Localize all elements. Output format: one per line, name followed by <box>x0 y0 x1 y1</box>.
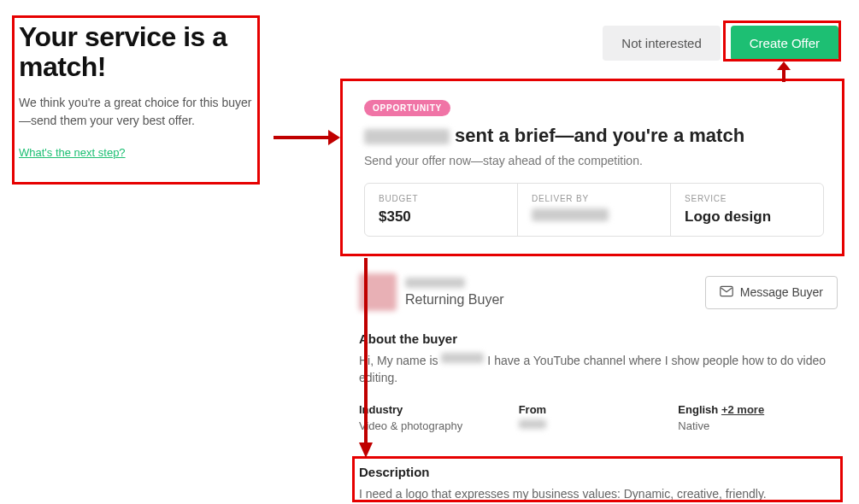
opportunity-card: OPPORTUNITY x sent a brief—and you're a … <box>349 85 839 237</box>
svg-marker-2 <box>328 130 340 145</box>
arrow-icon <box>773 62 795 82</box>
metric-service: SERVICE Logo design <box>671 184 823 236</box>
metric-value: Logo design <box>685 208 809 226</box>
name-redacted: x <box>441 353 484 363</box>
attr-industry: Industry Video & photography <box>359 403 519 432</box>
more-languages-link[interactable]: +2 more <box>721 403 764 416</box>
buyer-header: x Returning Buyer Message Buyer <box>359 273 838 311</box>
attr-language: English +2 more Native <box>678 403 838 432</box>
not-interested-button[interactable]: Not interested <box>603 26 720 61</box>
envelope-icon <box>720 285 733 300</box>
buyer-name-redacted: x <box>364 129 450 144</box>
message-buyer-button[interactable]: Message Buyer <box>705 276 838 309</box>
metric-value: $350 <box>379 208 503 226</box>
page-title: Your service is a match! <box>19 22 258 82</box>
metric-label: DELIVER BY <box>532 194 656 203</box>
brief-subtitle: Send your offer now—stay ahead of the co… <box>364 154 824 167</box>
intro-panel: Your service is a match! We think you're… <box>19 22 258 160</box>
about-buyer-section: About the buyer Hi, My name is x I have … <box>359 331 838 386</box>
about-text: Hi, My name is x I have a YouTube channe… <box>359 353 838 386</box>
section-title: Description <box>359 465 839 479</box>
brief-metrics: BUDGET $350 DELIVER BY x SERVICE Logo de… <box>364 183 824 237</box>
opportunity-badge: OPPORTUNITY <box>364 100 450 116</box>
attr-from: From x <box>519 403 679 432</box>
svg-rect-0 <box>721 286 733 296</box>
svg-marker-6 <box>359 442 373 458</box>
section-title: About the buyer <box>359 331 838 346</box>
description-section: Description I need a logo that expresses… <box>359 461 839 503</box>
buyer-name-redacted: x <box>405 278 465 288</box>
description-text: I need a logo that expresses my business… <box>359 486 839 503</box>
buyer-attributes: Industry Video & photography From x Engl… <box>359 403 838 432</box>
metric-value: x <box>532 208 656 226</box>
brief-title: x sent a brief—and you're a match <box>364 125 824 147</box>
action-bar: Not interested Create Offer <box>603 26 838 61</box>
metric-deliver: DELIVER BY x <box>518 184 671 236</box>
svg-marker-4 <box>777 62 791 70</box>
page-subtitle: We think you're a great choice for this … <box>19 94 258 129</box>
next-step-link[interactable]: What's the next step? <box>19 146 126 159</box>
create-offer-button[interactable]: Create Offer <box>731 26 838 61</box>
metric-budget: BUDGET $350 <box>365 184 518 236</box>
avatar <box>359 273 397 311</box>
metric-label: BUDGET <box>379 194 503 203</box>
metric-label: SERVICE <box>685 194 809 203</box>
arrow-icon <box>272 125 340 150</box>
buyer-tag: Returning Buyer <box>405 292 504 308</box>
